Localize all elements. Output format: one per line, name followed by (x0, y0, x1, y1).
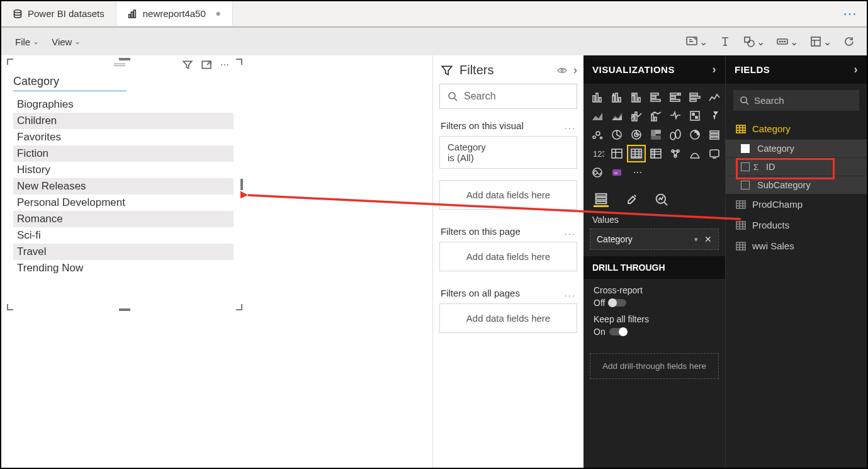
cross-report-toggle[interactable]: Off (594, 298, 626, 308)
table-visual[interactable]: ⋯ Category BiographiesChildrenFavoritesF… (7, 59, 242, 310)
filters-search[interactable]: Search (439, 84, 577, 109)
filter-card-category[interactable]: Category is (All) (439, 136, 577, 169)
chevron-down-icon[interactable]: ▾ (694, 235, 698, 244)
table-row[interactable]: Sci-fi (13, 227, 234, 244)
checkbox[interactable] (741, 181, 750, 189)
viz-donut[interactable] (628, 127, 645, 143)
viz-scatter[interactable] (589, 127, 606, 143)
chevron-right-icon[interactable]: › (713, 63, 717, 76)
viz-decomposition[interactable] (686, 145, 704, 162)
table-row[interactable]: Biographies (13, 96, 234, 113)
viz-line[interactable] (706, 89, 723, 105)
visibility-icon[interactable] (557, 65, 567, 76)
tab-report[interactable]: newreport4a50 • (116, 1, 233, 26)
report-canvas[interactable]: ⋯ Category BiographiesChildrenFavoritesF… (1, 55, 432, 468)
viz-gauge[interactable] (706, 127, 723, 143)
viz-funnel[interactable] (706, 108, 723, 124)
table-row[interactable]: Romance (13, 211, 234, 227)
drillthrough-dropzone[interactable]: Add drill-through fields here (590, 353, 719, 379)
svg-rect-41 (690, 111, 699, 120)
svg-point-44 (593, 136, 595, 138)
filters-allpages-dropzone[interactable]: Add data fields here (439, 303, 577, 333)
viz-line-clustered[interactable] (628, 108, 645, 124)
keep-filters-toggle[interactable]: On (594, 327, 627, 337)
viz-100-hbar[interactable] (686, 89, 704, 105)
tab-fields[interactable] (594, 192, 609, 207)
action-shapes[interactable]: ⌄ (743, 35, 765, 48)
tab-analytics[interactable] (654, 192, 669, 207)
viz-stacked-bar[interactable] (589, 89, 606, 105)
checkbox[interactable] (741, 144, 750, 153)
viz-waterfall[interactable] (686, 108, 704, 124)
menu-file[interactable]: File⌄ (9, 34, 45, 50)
field-column-category[interactable]: Category (726, 139, 867, 157)
table-row[interactable]: Favorites (13, 129, 234, 145)
table-row[interactable]: History (13, 162, 234, 178)
tab-datasets[interactable]: Power BI datasets (1, 1, 116, 26)
field-table-category[interactable]: Category (726, 118, 867, 139)
filter-icon[interactable] (182, 60, 193, 70)
drag-handle-icon[interactable] (114, 64, 125, 66)
action-refresh[interactable] (843, 35, 855, 48)
chevron-right-icon[interactable]: › (573, 64, 577, 77)
viz-clustered-bar[interactable] (608, 89, 626, 105)
viz-map[interactable] (667, 127, 684, 143)
viz-table[interactable] (628, 145, 645, 162)
action-textbox[interactable] (719, 35, 731, 48)
svg-rect-21 (619, 98, 621, 102)
viz-area[interactable] (589, 108, 606, 124)
table-row[interactable]: Fiction (13, 145, 234, 162)
action-reading-view[interactable]: ⌄ (685, 35, 707, 48)
more-options-icon[interactable]: ⋯ (220, 60, 231, 70)
menu-view[interactable]: View⌄ (45, 34, 87, 50)
fields-panel: FIELDS› Search CategoryCategoryΣIDSubCat… (725, 55, 867, 468)
viz-card[interactable]: 123 (589, 145, 606, 162)
field-table-prodchamp[interactable]: ProdChamp (726, 194, 867, 215)
viz-treemap[interactable] (647, 127, 665, 143)
table-row[interactable]: Children (13, 113, 234, 129)
values-well[interactable]: Category ▾ ✕ (590, 229, 719, 250)
viz-stacked-area[interactable] (608, 108, 626, 124)
chevron-right-icon[interactable]: › (854, 63, 859, 76)
more-icon[interactable]: ... (564, 226, 576, 237)
viz-more[interactable]: ⋯ (628, 164, 645, 181)
field-table-wwi-sales[interactable]: wwi Sales (726, 235, 867, 256)
viz-matrix[interactable] (647, 145, 665, 162)
table-row[interactable]: Personal Development (13, 195, 234, 211)
viz-r-visual[interactable] (706, 145, 723, 162)
tabs-more-icon[interactable]: ⋯ (833, 6, 867, 22)
field-column-id[interactable]: ΣID (726, 157, 867, 176)
fields-search[interactable]: Search (733, 90, 859, 111)
table-row[interactable]: New Releases (13, 178, 234, 195)
remove-field-icon[interactable]: ✕ (704, 234, 712, 244)
field-column-subcategory[interactable]: SubCategory (726, 176, 867, 194)
action-buttons[interactable]: ⌄ (776, 35, 798, 48)
tab-format[interactable] (624, 192, 639, 207)
filters-visual-dropzone[interactable]: Add data fields here (439, 180, 577, 210)
visualizations-header: VISUALIZATIONS› (583, 55, 725, 84)
focus-mode-icon[interactable] (201, 60, 212, 70)
svg-rect-67 (710, 150, 719, 157)
checkbox[interactable] (741, 162, 750, 171)
viz-multi-row-card[interactable] (608, 145, 626, 162)
visual-body: Category BiographiesChildrenFavoritesFic… (7, 71, 242, 281)
viz-ribbon[interactable] (667, 108, 684, 124)
viz-powerapps[interactable]: ∞ (608, 164, 626, 181)
viz-line-stacked[interactable] (647, 108, 665, 124)
viz-stacked-column[interactable] (628, 89, 645, 105)
viz-stacked-hbar[interactable] (647, 89, 665, 105)
viz-key-influencers[interactable] (667, 145, 684, 162)
table-row[interactable]: Trending Now (13, 260, 234, 276)
filters-page-dropzone[interactable]: Add data fields here (439, 242, 577, 271)
more-icon[interactable]: ... (564, 288, 576, 298)
visual-column-header[interactable]: Category (13, 75, 234, 91)
action-layout[interactable]: ⌄ (809, 35, 831, 48)
table-row[interactable]: Travel (13, 244, 234, 260)
table-icon (736, 221, 746, 230)
viz-pie[interactable] (608, 127, 626, 143)
more-icon[interactable]: ... (564, 120, 576, 131)
viz-filled-map[interactable] (686, 127, 704, 143)
viz-globe[interactable] (589, 164, 606, 181)
viz-clustered-hbar[interactable] (667, 89, 684, 105)
field-table-products[interactable]: Products (726, 215, 867, 235)
